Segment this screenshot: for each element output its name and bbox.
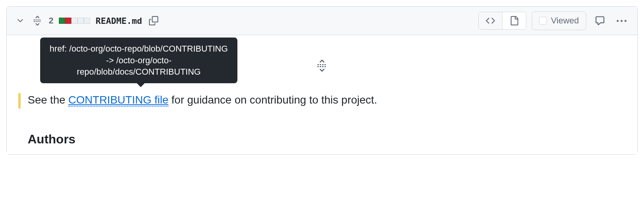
contributing-link[interactable]: CONTRIBUTING file bbox=[68, 94, 168, 107]
section-heading-authors: Authors bbox=[28, 132, 626, 147]
href-diff-tooltip: href: /octo-org/octo-repo/blob/CONTRIBUT… bbox=[40, 38, 237, 83]
change-marker bbox=[18, 93, 21, 109]
view-mode-toggle bbox=[478, 12, 526, 30]
diff-block-neutral bbox=[78, 18, 84, 24]
more-options-button[interactable] bbox=[614, 17, 630, 25]
copy-icon bbox=[149, 16, 158, 25]
source-view-button[interactable] bbox=[479, 12, 502, 29]
file-icon bbox=[510, 16, 519, 25]
comment-icon bbox=[595, 16, 605, 26]
diff-stat-blocks bbox=[59, 18, 90, 24]
diff-block-neutral bbox=[84, 18, 90, 24]
kebab-icon bbox=[617, 20, 626, 22]
expand-context-button[interactable] bbox=[315, 59, 329, 73]
diff-line: href: /octo-org/octo-repo/blob/CONTRIBUT… bbox=[18, 92, 626, 109]
file-header: 2 README.md Viewed bbox=[7, 7, 637, 35]
copy-path-button[interactable] bbox=[147, 14, 160, 27]
viewed-checkbox bbox=[539, 17, 547, 25]
code-icon bbox=[486, 16, 495, 25]
rendered-view-button[interactable] bbox=[502, 12, 526, 29]
diff-text: See the CONTRIBUTING file for guidance o… bbox=[28, 92, 377, 107]
comment-button[interactable] bbox=[592, 13, 608, 29]
unfold-icon bbox=[316, 59, 328, 72]
expand-all-button[interactable] bbox=[32, 15, 43, 27]
text-after-link: for guidance on contributing to this pro… bbox=[168, 94, 377, 106]
viewed-label: Viewed bbox=[551, 16, 579, 26]
chevron-down-icon bbox=[16, 16, 25, 25]
diff-block-removed bbox=[65, 18, 71, 24]
filename[interactable]: README.md bbox=[96, 16, 142, 26]
collapse-button[interactable] bbox=[14, 15, 26, 27]
viewed-toggle[interactable]: Viewed bbox=[532, 11, 586, 30]
file-diff-container: 2 README.md Viewed bbox=[6, 6, 638, 155]
unfold-icon bbox=[32, 16, 42, 26]
text-before-link: See the bbox=[28, 94, 68, 106]
change-count: 2 bbox=[49, 16, 53, 26]
diff-block-neutral bbox=[71, 18, 78, 24]
file-body: href: /octo-org/octo-repo/blob/CONTRIBUT… bbox=[7, 35, 637, 154]
diff-block-added bbox=[59, 18, 65, 24]
